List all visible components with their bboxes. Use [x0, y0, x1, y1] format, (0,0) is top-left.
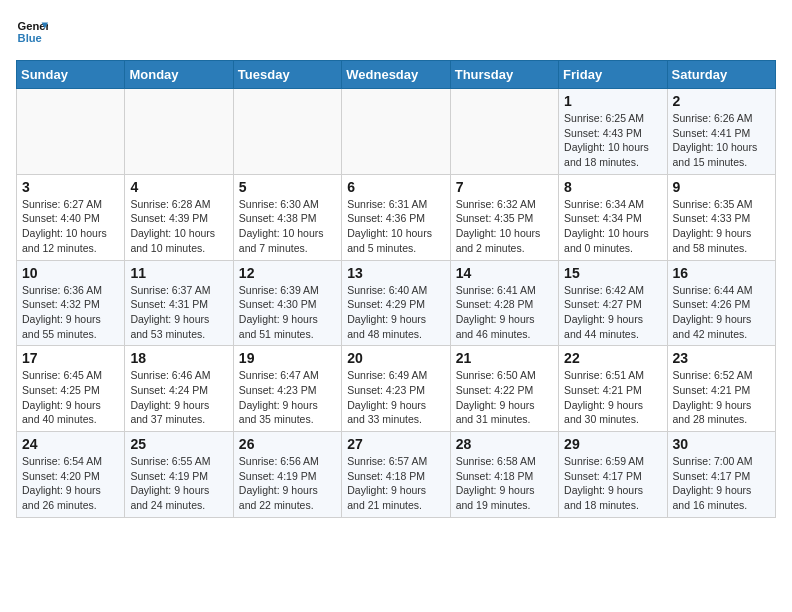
day-number: 6 — [347, 179, 444, 195]
day-cell: 9Sunrise: 6:35 AM Sunset: 4:33 PM Daylig… — [667, 174, 775, 260]
day-cell: 14Sunrise: 6:41 AM Sunset: 4:28 PM Dayli… — [450, 260, 558, 346]
day-info: Sunrise: 6:34 AM Sunset: 4:34 PM Dayligh… — [564, 197, 661, 256]
day-number: 27 — [347, 436, 444, 452]
day-number: 7 — [456, 179, 553, 195]
day-info: Sunrise: 6:25 AM Sunset: 4:43 PM Dayligh… — [564, 111, 661, 170]
day-number: 18 — [130, 350, 227, 366]
day-info: Sunrise: 6:40 AM Sunset: 4:29 PM Dayligh… — [347, 283, 444, 342]
day-number: 19 — [239, 350, 336, 366]
day-number: 30 — [673, 436, 770, 452]
day-cell: 16Sunrise: 6:44 AM Sunset: 4:26 PM Dayli… — [667, 260, 775, 346]
day-number: 12 — [239, 265, 336, 281]
day-info: Sunrise: 6:47 AM Sunset: 4:23 PM Dayligh… — [239, 368, 336, 427]
day-cell: 3Sunrise: 6:27 AM Sunset: 4:40 PM Daylig… — [17, 174, 125, 260]
day-cell: 20Sunrise: 6:49 AM Sunset: 4:23 PM Dayli… — [342, 346, 450, 432]
logo: General Blue — [16, 16, 48, 48]
day-cell: 8Sunrise: 6:34 AM Sunset: 4:34 PM Daylig… — [559, 174, 667, 260]
day-cell: 15Sunrise: 6:42 AM Sunset: 4:27 PM Dayli… — [559, 260, 667, 346]
col-header-thursday: Thursday — [450, 61, 558, 89]
day-info: Sunrise: 6:39 AM Sunset: 4:30 PM Dayligh… — [239, 283, 336, 342]
day-number: 8 — [564, 179, 661, 195]
day-info: Sunrise: 6:54 AM Sunset: 4:20 PM Dayligh… — [22, 454, 119, 513]
day-info: Sunrise: 6:46 AM Sunset: 4:24 PM Dayligh… — [130, 368, 227, 427]
day-number: 2 — [673, 93, 770, 109]
day-cell: 13Sunrise: 6:40 AM Sunset: 4:29 PM Dayli… — [342, 260, 450, 346]
day-cell: 7Sunrise: 6:32 AM Sunset: 4:35 PM Daylig… — [450, 174, 558, 260]
day-cell: 12Sunrise: 6:39 AM Sunset: 4:30 PM Dayli… — [233, 260, 341, 346]
day-number: 22 — [564, 350, 661, 366]
day-info: Sunrise: 6:51 AM Sunset: 4:21 PM Dayligh… — [564, 368, 661, 427]
day-info: Sunrise: 6:42 AM Sunset: 4:27 PM Dayligh… — [564, 283, 661, 342]
day-info: Sunrise: 6:41 AM Sunset: 4:28 PM Dayligh… — [456, 283, 553, 342]
day-info: Sunrise: 6:50 AM Sunset: 4:22 PM Dayligh… — [456, 368, 553, 427]
day-number: 9 — [673, 179, 770, 195]
col-header-monday: Monday — [125, 61, 233, 89]
day-number: 23 — [673, 350, 770, 366]
day-number: 1 — [564, 93, 661, 109]
day-number: 16 — [673, 265, 770, 281]
day-cell: 21Sunrise: 6:50 AM Sunset: 4:22 PM Dayli… — [450, 346, 558, 432]
day-info: Sunrise: 6:28 AM Sunset: 4:39 PM Dayligh… — [130, 197, 227, 256]
day-cell: 22Sunrise: 6:51 AM Sunset: 4:21 PM Dayli… — [559, 346, 667, 432]
day-number: 17 — [22, 350, 119, 366]
day-info: Sunrise: 6:58 AM Sunset: 4:18 PM Dayligh… — [456, 454, 553, 513]
day-cell: 28Sunrise: 6:58 AM Sunset: 4:18 PM Dayli… — [450, 432, 558, 518]
day-cell — [125, 89, 233, 175]
day-cell: 5Sunrise: 6:30 AM Sunset: 4:38 PM Daylig… — [233, 174, 341, 260]
day-cell — [17, 89, 125, 175]
day-number: 3 — [22, 179, 119, 195]
logo-icon: General Blue — [16, 16, 48, 48]
day-info: Sunrise: 6:36 AM Sunset: 4:32 PM Dayligh… — [22, 283, 119, 342]
day-info: Sunrise: 6:56 AM Sunset: 4:19 PM Dayligh… — [239, 454, 336, 513]
header: General Blue — [16, 16, 776, 48]
calendar-table: SundayMondayTuesdayWednesdayThursdayFrid… — [16, 60, 776, 518]
day-number: 4 — [130, 179, 227, 195]
week-row-1: 1Sunrise: 6:25 AM Sunset: 4:43 PM Daylig… — [17, 89, 776, 175]
day-number: 28 — [456, 436, 553, 452]
day-info: Sunrise: 6:49 AM Sunset: 4:23 PM Dayligh… — [347, 368, 444, 427]
col-header-wednesday: Wednesday — [342, 61, 450, 89]
day-number: 14 — [456, 265, 553, 281]
day-number: 11 — [130, 265, 227, 281]
day-cell: 27Sunrise: 6:57 AM Sunset: 4:18 PM Dayli… — [342, 432, 450, 518]
week-row-5: 24Sunrise: 6:54 AM Sunset: 4:20 PM Dayli… — [17, 432, 776, 518]
day-info: Sunrise: 6:52 AM Sunset: 4:21 PM Dayligh… — [673, 368, 770, 427]
day-cell: 4Sunrise: 6:28 AM Sunset: 4:39 PM Daylig… — [125, 174, 233, 260]
day-cell: 18Sunrise: 6:46 AM Sunset: 4:24 PM Dayli… — [125, 346, 233, 432]
col-header-friday: Friday — [559, 61, 667, 89]
day-info: Sunrise: 6:30 AM Sunset: 4:38 PM Dayligh… — [239, 197, 336, 256]
day-cell: 2Sunrise: 6:26 AM Sunset: 4:41 PM Daylig… — [667, 89, 775, 175]
day-cell: 23Sunrise: 6:52 AM Sunset: 4:21 PM Dayli… — [667, 346, 775, 432]
day-info: Sunrise: 6:26 AM Sunset: 4:41 PM Dayligh… — [673, 111, 770, 170]
day-cell: 25Sunrise: 6:55 AM Sunset: 4:19 PM Dayli… — [125, 432, 233, 518]
day-number: 5 — [239, 179, 336, 195]
day-info: Sunrise: 6:31 AM Sunset: 4:36 PM Dayligh… — [347, 197, 444, 256]
day-number: 21 — [456, 350, 553, 366]
day-number: 25 — [130, 436, 227, 452]
day-cell: 26Sunrise: 6:56 AM Sunset: 4:19 PM Dayli… — [233, 432, 341, 518]
week-row-2: 3Sunrise: 6:27 AM Sunset: 4:40 PM Daylig… — [17, 174, 776, 260]
day-info: Sunrise: 6:57 AM Sunset: 4:18 PM Dayligh… — [347, 454, 444, 513]
day-info: Sunrise: 6:37 AM Sunset: 4:31 PM Dayligh… — [130, 283, 227, 342]
day-cell: 10Sunrise: 6:36 AM Sunset: 4:32 PM Dayli… — [17, 260, 125, 346]
day-cell: 11Sunrise: 6:37 AM Sunset: 4:31 PM Dayli… — [125, 260, 233, 346]
day-info: Sunrise: 6:27 AM Sunset: 4:40 PM Dayligh… — [22, 197, 119, 256]
col-header-saturday: Saturday — [667, 61, 775, 89]
day-number: 20 — [347, 350, 444, 366]
day-info: Sunrise: 6:59 AM Sunset: 4:17 PM Dayligh… — [564, 454, 661, 513]
day-cell: 24Sunrise: 6:54 AM Sunset: 4:20 PM Dayli… — [17, 432, 125, 518]
day-cell: 19Sunrise: 6:47 AM Sunset: 4:23 PM Dayli… — [233, 346, 341, 432]
week-row-3: 10Sunrise: 6:36 AM Sunset: 4:32 PM Dayli… — [17, 260, 776, 346]
col-header-tuesday: Tuesday — [233, 61, 341, 89]
day-info: Sunrise: 6:35 AM Sunset: 4:33 PM Dayligh… — [673, 197, 770, 256]
day-cell: 1Sunrise: 6:25 AM Sunset: 4:43 PM Daylig… — [559, 89, 667, 175]
day-cell: 17Sunrise: 6:45 AM Sunset: 4:25 PM Dayli… — [17, 346, 125, 432]
day-cell: 29Sunrise: 6:59 AM Sunset: 4:17 PM Dayli… — [559, 432, 667, 518]
day-cell: 6Sunrise: 6:31 AM Sunset: 4:36 PM Daylig… — [342, 174, 450, 260]
day-number: 24 — [22, 436, 119, 452]
svg-text:General: General — [18, 20, 48, 32]
day-number: 13 — [347, 265, 444, 281]
day-info: Sunrise: 7:00 AM Sunset: 4:17 PM Dayligh… — [673, 454, 770, 513]
week-row-4: 17Sunrise: 6:45 AM Sunset: 4:25 PM Dayli… — [17, 346, 776, 432]
day-cell — [450, 89, 558, 175]
